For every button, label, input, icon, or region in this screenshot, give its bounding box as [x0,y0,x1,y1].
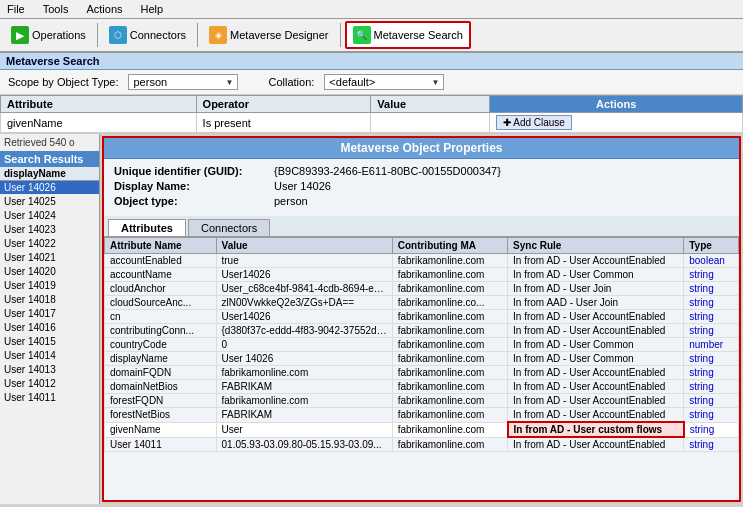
attr-sync-rule-cell: In from AD - User AccountEnabled [508,366,684,380]
attr-type-cell: string [684,352,739,366]
table-row[interactable]: User 1401101.05.93-03.09.80-05.15.93-03.… [105,437,739,452]
result-item[interactable]: User 14011 [0,391,99,405]
menu-tools[interactable]: Tools [40,2,72,16]
collation-dropdown-arrow: ▼ [431,78,439,87]
attr-ma-cell: fabrikamonline.com [392,254,507,268]
table-row[interactable]: displayNameUser 14026fabrikamonline.comI… [105,352,739,366]
attr-type-cell: string [684,422,739,437]
result-item[interactable]: User 14015 [0,335,99,349]
main-content: Retrieved 540 o Search Results displayNa… [0,134,743,504]
attr-value-cell: 01.05.93-03.09.80-05.15.93-03.09... [216,437,392,452]
menu-help[interactable]: Help [138,2,167,16]
result-item[interactable]: User 14026 [0,181,99,195]
mv-objecttype-label: Object type: [114,195,274,207]
attr-ma-cell: fabrikamonline.co... [392,296,507,310]
attr-ma-cell: fabrikamonline.com [392,408,507,423]
result-item[interactable]: User 14023 [0,223,99,237]
result-item[interactable]: User 14019 [0,279,99,293]
table-row[interactable]: countryCode0fabrikamonline.comIn from AD… [105,338,739,352]
result-item[interactable]: User 14013 [0,363,99,377]
result-item[interactable]: User 14022 [0,237,99,251]
attr-sync-rule-cell: In from AAD - User Join [508,296,684,310]
result-item[interactable]: User 14020 [0,265,99,279]
mv-displayname-value: User 14026 [274,180,331,192]
attr-type-cell: string [684,282,739,296]
attr-type-cell: boolean [684,254,739,268]
attr-type-cell: string [684,366,739,380]
attr-name-cell: forestFQDN [105,394,217,408]
attr-ma-cell: fabrikamonline.com [392,324,507,338]
attr-type-cell: string [684,408,739,423]
collation-select[interactable]: <default> ▼ [324,74,444,90]
attr-col-type: Type [684,238,739,254]
tab-attributes[interactable]: Attributes [108,219,186,236]
attr-ma-cell: fabrikamonline.com [392,268,507,282]
attr-type-cell: string [684,296,739,310]
mv-objecttype-value: person [274,195,308,207]
metaverse-designer-label: Metaverse Designer [230,29,328,41]
attr-value-cell: FABRIKAM [216,380,392,394]
result-item[interactable]: User 14024 [0,209,99,223]
table-row[interactable]: accountEnabledtruefabrikamonline.comIn f… [105,254,739,268]
add-clause-icon: ✚ [503,117,511,128]
filter-col-attribute: Attribute [1,96,197,113]
table-row[interactable]: contributingConn...{d380f37c-eddd-4f83-9… [105,324,739,338]
add-clause-button[interactable]: ✚ Add Clause [496,115,572,130]
result-item[interactable]: User 14016 [0,321,99,335]
metaverse-designer-button[interactable]: ◈ Metaverse Designer [202,22,335,48]
attr-type-cell: number [684,338,739,352]
filter-operator-value: Is present [196,113,371,133]
result-item[interactable]: User 14017 [0,307,99,321]
attr-sync-rule-cell: In from AD - User Common [508,338,684,352]
mv-info-section: Unique identifier (GUID): {B9C89393-2466… [104,159,739,216]
attr-ma-cell: fabrikamonline.com [392,352,507,366]
table-row[interactable]: domainFQDNfabrikamonline.comfabrikamonli… [105,366,739,380]
attr-sync-rule-cell: In from AD - User AccountEnabled [508,380,684,394]
retrieved-text: Retrieved 540 o [0,134,99,151]
attr-value-cell: User14026 [216,268,392,282]
table-row[interactable]: cloudSourceAnc...zlN00VwkkeQ2e3/ZGs+DA==… [105,296,739,310]
attr-ma-cell: fabrikamonline.com [392,380,507,394]
left-panel: Retrieved 540 o Search Results displayNa… [0,134,100,504]
menu-actions[interactable]: Actions [83,2,125,16]
attr-col-contributing-ma: Contributing MA [392,238,507,254]
result-item[interactable]: User 14025 [0,195,99,209]
attr-ma-cell: fabrikamonline.com [392,422,507,437]
result-item[interactable]: User 14018 [0,293,99,307]
filter-attribute-value: givenName [1,113,197,133]
result-item[interactable]: User 14012 [0,377,99,391]
scope-select[interactable]: person ▼ [128,74,238,90]
connectors-button[interactable]: ⬡ Connectors [102,22,193,48]
metaverse-search-button[interactable]: 🔍 Metaverse Search [345,21,471,49]
table-row[interactable]: domainNetBiosFABRIKAMfabrikamonline.comI… [105,380,739,394]
result-item[interactable]: User 14021 [0,251,99,265]
table-row[interactable]: givenNameUserfabrikamonline.comIn from A… [105,422,739,437]
filter-area: Attribute Operator Value Actions givenNa… [0,95,743,134]
result-item[interactable]: User 14014 [0,349,99,363]
table-row[interactable]: cloudAnchorUser_c68ce4bf-9841-4cdb-8694-… [105,282,739,296]
toolbar-separator-3 [340,23,341,47]
attr-value-cell: FABRIKAM [216,408,392,423]
mv-objecttype-row: Object type: person [114,195,729,207]
table-row[interactable]: accountNameUser14026fabrikamonline.comIn… [105,268,739,282]
table-row[interactable]: forestNetBiosFABRIKAMfabrikamonline.comI… [105,408,739,423]
section-header: Metaverse Search [0,53,743,70]
attr-name-cell: domainFQDN [105,366,217,380]
attr-sync-rule-cell: In from AD - User Common [508,268,684,282]
attr-type-cell: string [684,437,739,452]
attr-sync-rule-cell: In from AD - User AccountEnabled [508,324,684,338]
attr-name-cell: domainNetBios [105,380,217,394]
attr-sync-rule-cell: In from AD - User AccountEnabled [508,254,684,268]
table-row[interactable]: cnUser14026fabrikamonline.comIn from AD … [105,310,739,324]
filter-col-value: Value [371,96,490,113]
attr-value-cell: zlN00VwkkeQ2e3/ZGs+DA== [216,296,392,310]
menu-file[interactable]: File [4,2,28,16]
attr-value-cell: true [216,254,392,268]
operations-button[interactable]: ▶ Operations [4,22,93,48]
search-results-header: Search Results [0,151,99,167]
attr-sync-rule-cell: In from AD - User AccountEnabled [508,408,684,423]
attr-name-cell: countryCode [105,338,217,352]
menu-bar: File Tools Actions Help [0,0,743,19]
table-row[interactable]: forestFQDNfabrikamonline.comfabrikamonli… [105,394,739,408]
tab-connectors[interactable]: Connectors [188,219,270,236]
